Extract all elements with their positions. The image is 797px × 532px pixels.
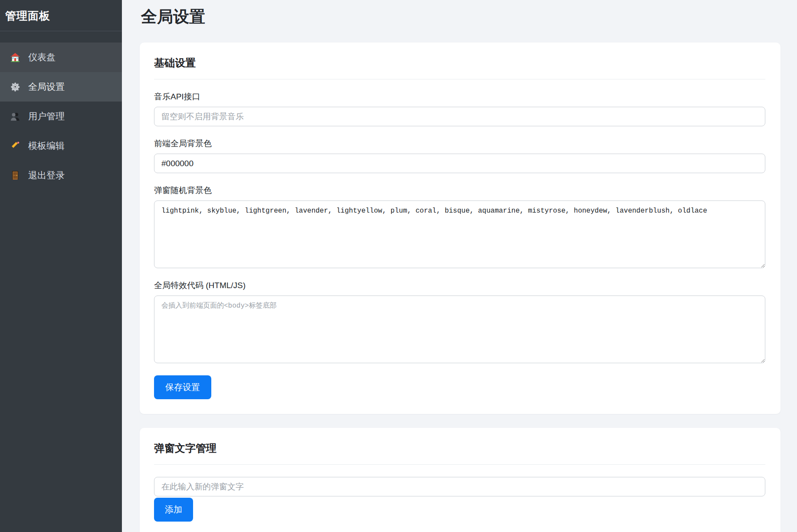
new-popup-text-input[interactable] (154, 477, 765, 496)
sidebar-item-logout[interactable]: 退出登录 (0, 161, 122, 190)
users-icon (10, 111, 21, 122)
music-api-label: 音乐API接口 (154, 92, 765, 102)
pencil-icon (10, 140, 21, 151)
sidebar-item-template-edit[interactable]: 模板编辑 (0, 131, 122, 161)
sidebar-item-dashboard[interactable]: 仪表盘 (0, 43, 122, 72)
effects-code-textarea[interactable] (154, 296, 765, 363)
sidebar: 管理面板 仪表盘 (0, 0, 122, 532)
sidebar-item-label: 退出登录 (28, 169, 65, 181)
divider (154, 464, 765, 465)
app-title: 管理面板 (0, 0, 122, 31)
bg-color-label: 前端全局背景色 (154, 138, 765, 149)
popup-text-card: 弹窗文字管理 添加 (140, 428, 781, 532)
sidebar-item-label: 全局设置 (28, 81, 65, 93)
sidebar-item-label: 模板编辑 (28, 140, 65, 152)
save-settings-button[interactable]: 保存设置 (154, 375, 211, 399)
door-icon (10, 170, 21, 181)
basic-settings-card: 基础设置 音乐API接口 前端全局背景色 弹窗随机背景色 lightpink, … (140, 43, 781, 414)
sidebar-nav: 仪表盘 全局设置 (0, 31, 122, 190)
home-icon (10, 52, 21, 63)
page-title: 全局设置 (141, 5, 781, 29)
sidebar-item-label: 仪表盘 (28, 51, 56, 63)
sidebar-item-label: 用户管理 (28, 110, 65, 122)
main-content: 全局设置 基础设置 音乐API接口 前端全局背景色 弹窗随机背景色 lightp… (122, 0, 797, 532)
popup-colors-textarea[interactable]: lightpink, skyblue, lightgreen, lavender… (154, 200, 765, 268)
divider (154, 79, 765, 79)
sidebar-item-global-settings[interactable]: 全局设置 (0, 72, 122, 102)
add-popup-text-button[interactable]: 添加 (154, 498, 193, 522)
music-api-input[interactable] (154, 107, 765, 126)
popup-colors-label: 弹窗随机背景色 (154, 185, 765, 196)
basic-settings-heading: 基础设置 (154, 56, 765, 69)
sidebar-item-user-management[interactable]: 用户管理 (0, 102, 122, 131)
effects-code-label: 全局特效代码 (HTML/JS) (154, 280, 765, 291)
popup-text-heading: 弹窗文字管理 (154, 442, 765, 455)
gear-icon (10, 81, 21, 92)
bg-color-input[interactable] (154, 154, 765, 173)
